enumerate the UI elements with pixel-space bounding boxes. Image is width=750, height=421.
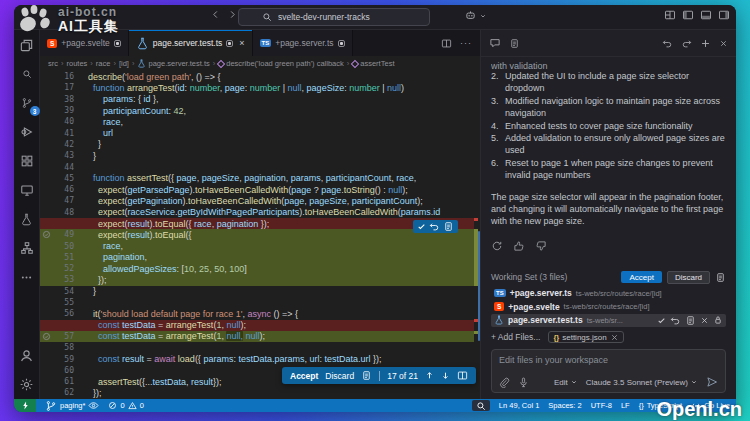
scm-badge: 3 [30,106,40,116]
breadcrumb-item[interactable]: describe('load green path') callback [218,59,344,68]
breadcrumb-item[interactable]: page.server.test.ts [137,59,209,68]
diff-marker-icon[interactable] [40,230,53,239]
toggle-panel-icon[interactable] [700,9,712,21]
close-panel-icon[interactable] [719,39,728,48]
working-set-file-page-server-test-ts[interactable]: page.server.test.tsts-web/sr... [491,314,726,328]
new-session-icon[interactable] [700,38,711,49]
mic-icon[interactable] [518,377,529,388]
tab-bar: S+page.sveltepage.server.test.ts×TS+page… [40,30,480,56]
undo-edit-icon[interactable] [662,38,673,49]
line-number: 55 [53,298,74,307]
settings-gear-icon[interactable] [17,374,37,394]
git-branch-item[interactable]: paging* [45,400,99,412]
source-control-icon[interactable]: 3 [17,93,37,113]
code-editor[interactable]: 16 describe('load green path', () => {17… [40,71,480,399]
forward-icon[interactable] [227,9,238,20]
close-tab-icon[interactable]: × [239,38,244,48]
customize-layout-icon[interactable] [664,9,676,21]
language-mode[interactable]: {} TypeScript [639,401,682,410]
toggle-sidebar-icon[interactable] [682,9,694,21]
code-line: 48 expect(raceService.getByIdWithPagedPa… [40,207,480,218]
session-log-icon[interactable] [509,38,520,49]
run-debug-icon[interactable] [17,122,37,142]
discard-all-button[interactable]: Discard [325,371,354,381]
indentation[interactable]: Spaces: 2 [548,401,581,410]
settings-json-chip[interactable]: {} settings.json [548,331,623,343]
line-number: 49 [53,230,74,239]
line-number: 17 [53,83,74,92]
live-preview-icon[interactable] [17,180,37,200]
encoding[interactable]: UTF-8 [591,401,612,410]
thumbs-down-icon[interactable] [535,240,547,252]
send-icon[interactable] [706,376,718,388]
breadcrumb-separator: › [132,59,135,68]
breadcrumb-item[interactable]: assertTest [352,59,394,68]
editor-more-actions-icon[interactable]: ··· [460,38,472,48]
copilot-menu[interactable] [464,9,487,22]
open-diff-icon[interactable] [457,370,468,381]
go-live[interactable]: Go Live [691,401,730,411]
breadcrumb-item[interactable]: routes [67,59,88,68]
view-changes-icon[interactable] [715,272,726,283]
diff-marker-icon[interactable] [40,332,53,341]
discard-button[interactable]: Discard [667,271,710,284]
file-name: page.server.test.ts [508,315,583,325]
toggle-secondary-sidebar-icon[interactable] [718,9,730,21]
tab-label: +page.server.ts [275,38,333,48]
add-files-button[interactable]: + Add Files... [491,332,540,342]
search-sidebar-icon[interactable] [17,64,37,84]
discard-change-icon[interactable] [429,221,440,232]
attach-icon[interactable] [499,377,510,388]
tab--page-svelte[interactable]: S+page.svelte [40,30,129,56]
testing-icon[interactable] [17,209,37,229]
thumbs-up-icon[interactable] [513,240,525,252]
account-icon[interactable] [17,345,37,365]
chat-response-area[interactable]: with validation 2.Updated the UI to incl… [481,57,736,399]
breadcrumb-item[interactable]: race [96,59,111,68]
next-change-icon[interactable] [441,371,450,380]
line-number: 56 [53,309,74,318]
cursor-position[interactable]: Ln 49, Col 1 [499,401,539,410]
split-editor-icon[interactable] [441,38,452,49]
code-line: 40 race, [40,116,480,127]
accept-change-icon[interactable] [417,222,426,231]
explorer-icon[interactable] [17,35,37,55]
working-set-file--page-server-ts[interactable]: TS+page.server.tsts-web/src/routes/race/… [491,287,726,301]
working-set-file--page-svelte[interactable]: S+page.sveltets-web/src/routes/race/[id] [491,300,726,314]
breadcrumb-item[interactable]: src [48,59,58,68]
test-flask-icon [137,59,146,68]
remove-chip-icon[interactable] [610,333,619,342]
file-path: ts-web/sr... [587,316,623,325]
file-name: +page.server.ts [510,288,572,298]
eol[interactable]: LF [621,401,630,410]
accept-all-button[interactable]: Accept [290,371,318,381]
previous-change-icon[interactable] [425,371,434,380]
zoom-indicator[interactable] [472,400,490,411]
extensions-icon[interactable] [17,151,37,171]
remote-indicator[interactable] [14,399,36,412]
line-number: 16 [53,72,74,81]
command-center-search[interactable] [238,8,430,26]
tab--page-server-ts[interactable]: TS+page.server.ts [253,30,353,56]
search-input[interactable] [276,11,406,23]
chat-icon[interactable] [489,37,501,49]
model-dropdown[interactable]: Claude 3.5 Sonnet (Preview) [586,378,698,387]
open-change-icon[interactable] [443,221,454,232]
regenerate-icon[interactable] [491,240,503,252]
inline-diff-actions[interactable] [413,220,458,233]
back-icon[interactable] [210,9,221,20]
more-views-icon[interactable] [17,267,37,287]
mode-dropdown[interactable]: Edit [554,378,578,387]
breadcrumb[interactable]: src›routes›race›[id]›page.server.test.ts… [40,56,480,71]
tab-page-server-test-ts[interactable]: page.server.test.ts× [129,30,253,56]
code-line: 42 } [40,139,480,150]
changes-file-icon[interactable] [361,370,372,381]
breadcrumb-item[interactable]: [id] [119,59,129,68]
working-set: Working Set (3 files) Accept Discard TS+… [491,271,726,394]
line-number: 40 [53,117,74,126]
accept-button[interactable]: Accept [621,271,661,283]
problems-item[interactable]: 0 0 [108,401,143,410]
redo-edit-icon[interactable] [681,38,692,49]
project-structure-icon[interactable] [17,238,37,258]
chat-input-box[interactable]: Edit files in your workspace Edit Claude… [491,349,726,393]
